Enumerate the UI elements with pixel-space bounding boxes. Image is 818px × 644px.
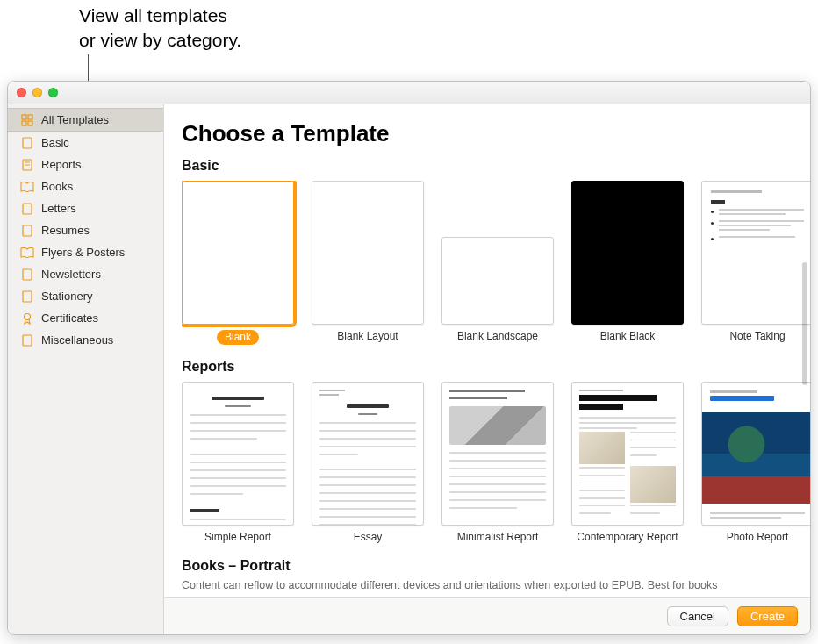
document-icon xyxy=(20,225,34,237)
template-label: Note Taking xyxy=(729,330,785,343)
sidebar-item-label: Miscellaneous xyxy=(41,333,113,347)
sidebar-item-label: Flyers & Posters xyxy=(41,246,125,259)
svg-rect-9 xyxy=(23,225,32,236)
sidebar-item-flyers-posters[interactable]: Flyers & Posters xyxy=(8,241,163,263)
document-icon xyxy=(20,334,34,347)
window-body: All Templates Basic Reports Books xyxy=(8,104,810,634)
template-label: Essay xyxy=(354,531,383,544)
template-simple-report[interactable]: Simple Report xyxy=(182,382,294,544)
document-icon xyxy=(20,203,34,215)
annotation-callout: View all templates or view by category. xyxy=(79,4,241,54)
template-label: Blank Black xyxy=(600,330,656,343)
template-essay[interactable]: Essay xyxy=(312,382,424,544)
template-thumbnail xyxy=(701,181,810,325)
sidebar-item-resumes[interactable]: Resumes xyxy=(8,219,163,241)
sidebar-item-miscellaneous[interactable]: Miscellaneous xyxy=(8,329,163,351)
template-blank-landscape[interactable]: Blank Landscape xyxy=(441,181,554,345)
sidebar-item-label: Basic xyxy=(41,136,69,149)
sidebar-item-label: Letters xyxy=(41,202,76,215)
template-label: Contemporary Report xyxy=(577,531,678,544)
sidebar-item-newsletters[interactable]: Newsletters xyxy=(8,263,163,285)
ribbon-icon xyxy=(20,312,34,325)
template-thumbnail xyxy=(182,181,294,325)
svg-rect-10 xyxy=(23,269,32,280)
document-icon xyxy=(20,137,34,149)
sidebar-item-label: Newsletters xyxy=(41,268,101,281)
svg-rect-1 xyxy=(28,115,32,119)
svg-rect-11 xyxy=(23,291,32,302)
grid-icon xyxy=(20,114,34,126)
sidebar-item-label: Books xyxy=(41,180,73,193)
template-blank-black[interactable]: Blank Black xyxy=(571,181,684,345)
template-thumbnail xyxy=(571,382,684,526)
svg-rect-8 xyxy=(23,204,32,214)
book-icon xyxy=(20,247,34,259)
template-thumbnail xyxy=(701,382,810,526)
window-titlebar xyxy=(8,82,810,104)
template-label: Blank Landscape xyxy=(457,330,538,343)
sidebar-item-label: Resumes xyxy=(41,224,90,237)
zoom-icon[interactable] xyxy=(48,88,58,97)
document-icon xyxy=(20,268,34,281)
page-title: Choose a Template xyxy=(182,120,810,147)
section-title-books-portrait: Books – Portrait xyxy=(182,558,810,574)
template-label: Blank xyxy=(217,330,259,345)
section-title-reports: Reports xyxy=(182,359,810,375)
category-sidebar: All Templates Basic Reports Books xyxy=(8,104,164,634)
sidebar-item-label: Reports xyxy=(41,158,82,171)
cancel-button[interactable]: Cancel xyxy=(667,606,728,626)
template-row-basic: Blank Blank Layout Blank Landscape Blank… xyxy=(182,181,810,345)
template-minimalist-report[interactable]: Minimalist Report xyxy=(441,382,554,544)
sidebar-item-certificates[interactable]: Certificates xyxy=(8,307,163,329)
sidebar-item-label: Stationery xyxy=(41,290,93,303)
sidebar-item-basic[interactable]: Basic xyxy=(8,132,163,154)
sidebar-item-books[interactable]: Books xyxy=(8,175,163,197)
svg-rect-3 xyxy=(28,121,32,125)
close-icon[interactable] xyxy=(17,88,26,97)
svg-point-12 xyxy=(25,313,31,319)
section-subtitle-books: Content can reflow to accommodate differ… xyxy=(182,579,810,591)
callout-line-2: or view by category. xyxy=(79,28,241,53)
template-note-taking[interactable]: Note Taking xyxy=(701,181,810,345)
template-thumbnail xyxy=(312,382,424,526)
svg-rect-4 xyxy=(23,138,32,148)
template-label: Minimalist Report xyxy=(457,531,539,544)
template-label: Blank Layout xyxy=(337,330,398,343)
scrollbar[interactable] xyxy=(802,262,807,385)
template-thumbnail xyxy=(182,382,294,526)
template-contemporary-report[interactable]: Contemporary Report xyxy=(571,382,684,544)
sidebar-item-label: Certificates xyxy=(41,311,98,325)
template-label: Photo Report xyxy=(727,531,789,544)
template-thumbnail xyxy=(441,382,554,526)
book-icon xyxy=(20,181,34,193)
template-row-reports: Simple Report xyxy=(182,382,810,544)
sidebar-item-all-templates[interactable]: All Templates xyxy=(8,108,163,132)
template-label: Simple Report xyxy=(204,531,271,544)
template-photo-report[interactable]: Photo Report xyxy=(701,382,810,544)
template-thumbnail xyxy=(312,181,424,325)
template-thumbnail xyxy=(441,237,554,325)
template-blank-layout[interactable]: Blank Layout xyxy=(312,181,424,345)
svg-rect-0 xyxy=(22,115,26,119)
sidebar-item-letters[interactable]: Letters xyxy=(8,197,163,219)
svg-rect-13 xyxy=(23,335,32,346)
section-title-basic: Basic xyxy=(182,158,810,174)
sidebar-item-reports[interactable]: Reports xyxy=(8,154,163,175)
sidebar-item-stationery[interactable]: Stationery xyxy=(8,285,163,307)
document-icon xyxy=(20,159,34,171)
template-thumbnail xyxy=(571,181,684,325)
callout-line-1: View all templates xyxy=(79,4,241,28)
template-blank[interactable]: Blank xyxy=(182,181,294,345)
document-icon xyxy=(20,290,34,303)
sidebar-item-label: All Templates xyxy=(41,113,109,126)
minimize-icon[interactable] xyxy=(32,88,42,97)
create-button[interactable]: Create xyxy=(737,606,798,626)
template-chooser-window: All Templates Basic Reports Books xyxy=(7,81,811,635)
template-list-pane: Choose a Template Basic Blank Blank Layo… xyxy=(164,104,810,634)
dialog-footer: Cancel Create xyxy=(164,597,810,634)
svg-rect-2 xyxy=(22,121,26,125)
template-scroll-area[interactable]: Choose a Template Basic Blank Blank Layo… xyxy=(164,104,810,597)
